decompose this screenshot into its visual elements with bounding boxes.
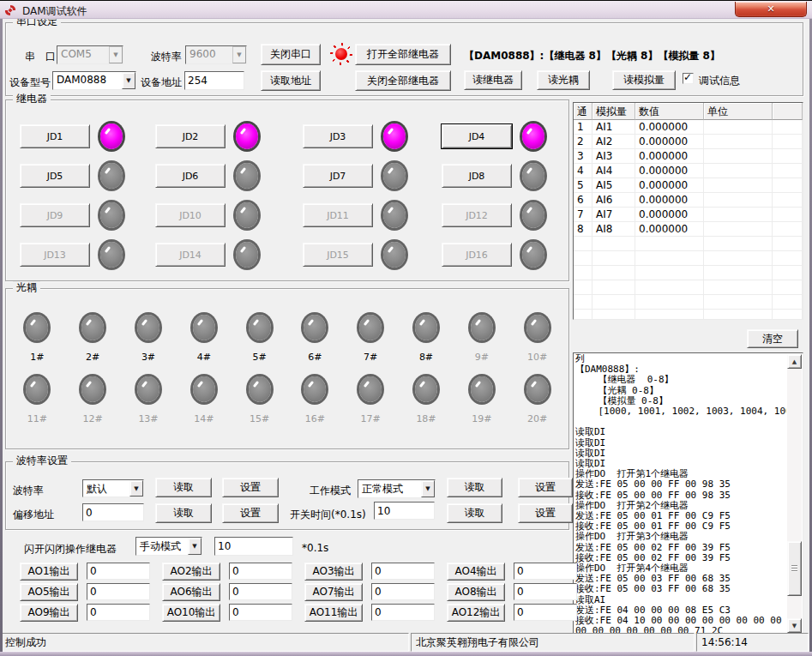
opto-led-label: 9# <box>475 352 489 363</box>
opto-led-label: 3# <box>141 352 155 363</box>
table-cell <box>574 280 592 295</box>
ao-output-input-4[interactable] <box>514 563 577 580</box>
offset-addr-label: 偏移地址 <box>13 508 54 522</box>
chevron-down-icon: ▼ <box>232 46 246 63</box>
model-value: DAM0888 <box>53 72 122 89</box>
col-header-channel[interactable]: 通 <box>574 103 592 120</box>
read-opto-button[interactable]: 读光耦 <box>537 70 590 90</box>
ao-output-button-12[interactable]: AO12输出 <box>447 604 505 622</box>
switch-time-set-button[interactable]: 设置 <box>518 503 573 523</box>
table-row: 2AI20.000000 <box>574 135 803 149</box>
ao-output-button-7[interactable]: AO7输出 <box>304 583 363 601</box>
flash-time-input[interactable] <box>214 537 293 556</box>
ao-output-input-2[interactable] <box>229 563 292 580</box>
baud-set-button[interactable]: 设置 <box>222 478 279 497</box>
relay-grid: JD1JD2JD3JD4JD5JD6JD7JD8JD9JD10JD11JD12J… <box>20 123 570 281</box>
work-mode-select[interactable]: 正常模式 ▼ <box>358 479 436 498</box>
relay-cell: JD10 <box>155 202 303 228</box>
scroll-down-icon[interactable]: ▼ <box>787 618 802 633</box>
relay-button-jd2[interactable]: JD2 <box>155 124 226 148</box>
status-time-text: 14:56:14 <box>701 636 748 648</box>
chevron-down-icon: ▼ <box>122 72 135 89</box>
close-all-relays-button[interactable]: 关闭全部继电器 <box>355 70 451 91</box>
ao-output-button-4[interactable]: AO4输出 <box>447 563 505 581</box>
ao-output-button-1[interactable]: AO1输出 <box>20 563 78 581</box>
relay-button-jd1[interactable]: JD1 <box>20 124 90 148</box>
table-cell: AI3 <box>592 149 635 164</box>
ao-output-button-6[interactable]: AO6输出 <box>162 583 220 601</box>
ao-output-input-5[interactable] <box>87 583 150 600</box>
model-select[interactable]: DAM0888 ▼ <box>52 71 136 90</box>
work-mode-label: 工作模式 <box>310 484 351 498</box>
ao-output-input-8[interactable] <box>514 583 577 600</box>
baud-default-select[interactable]: 默认 ▼ <box>82 479 144 497</box>
relay-button-jd6[interactable]: JD6 <box>155 164 226 188</box>
col-header-blank[interactable] <box>773 103 803 120</box>
col-header-value[interactable]: 数值 <box>635 103 704 120</box>
relay-button-jd5[interactable]: JD5 <box>20 164 90 188</box>
scroll-up-icon[interactable]: ▲ <box>787 354 802 369</box>
close-icon: ✕ <box>767 3 774 15</box>
close-button[interactable]: ✕ <box>735 2 807 17</box>
ao-cell: AO1输出 <box>20 563 162 581</box>
ao-output-input-7[interactable] <box>371 583 435 600</box>
offset-set-button[interactable]: 设置 <box>222 503 279 523</box>
ao-output-button-9[interactable]: AO9输出 <box>20 604 78 622</box>
ao-output-button-2[interactable]: AO2输出 <box>162 563 220 581</box>
offset-read-button[interactable]: 读取 <box>155 503 212 523</box>
col-header-analog[interactable]: 模拟量 <box>592 103 635 120</box>
ao-output-input-10[interactable] <box>229 604 292 621</box>
opto-cell: 20# <box>509 376 565 424</box>
flash-unit-label: *0.1s <box>302 542 328 554</box>
close-port-button[interactable]: 关闭串口 <box>261 44 321 65</box>
device-addr-input[interactable] <box>184 71 244 90</box>
ao-output-input-11[interactable] <box>371 604 435 621</box>
ao-output-button-8[interactable]: AO8输出 <box>447 583 505 601</box>
relay-button-jd7[interactable]: JD7 <box>303 164 373 188</box>
switch-time-read-button[interactable]: 读取 <box>447 503 502 523</box>
opto-led-label: 13# <box>138 413 158 424</box>
relay-cell: JD1 <box>20 123 155 149</box>
relay-cell: JD8 <box>442 163 570 189</box>
relay-button-jd4[interactable]: JD4 <box>442 124 512 148</box>
relay-button-jd3[interactable]: JD3 <box>303 124 373 148</box>
work-mode-read-button[interactable]: 读取 <box>447 478 502 497</box>
log-scrollbar[interactable]: ▲ ▼ <box>787 354 802 633</box>
read-analog-button[interactable]: 读模拟量 <box>612 70 676 90</box>
title-bar[interactable]: DAM调试软件 ✕ <box>0 0 812 19</box>
open-all-relays-button[interactable]: 打开全部继电器 <box>355 44 451 65</box>
ao-output-input-3[interactable] <box>371 563 435 580</box>
table-cell <box>773 280 803 295</box>
offset-addr-input[interactable] <box>82 503 144 521</box>
read-addr-button[interactable]: 读取地址 <box>261 70 321 91</box>
table-cell: 6 <box>574 193 592 208</box>
opto-cell: 5# <box>232 315 287 363</box>
work-mode-set-button[interactable]: 设置 <box>518 478 573 497</box>
table-row: 3AI30.000000 <box>574 149 803 164</box>
table-cell <box>704 193 773 208</box>
log-output[interactable]: 列 【DAM0888】: 【继电器 0-8】 【光耦 0-8】 【模拟量 0-8… <box>575 354 786 634</box>
table-cell <box>635 237 704 251</box>
scrollbar-thumb[interactable] <box>787 541 802 596</box>
table-cell <box>704 266 773 280</box>
relay-button-jd8[interactable]: JD8 <box>442 164 512 188</box>
ao-output-input-12[interactable] <box>514 604 577 621</box>
debug-info-checkbox[interactable] <box>683 73 694 84</box>
baud-read-button[interactable]: 读取 <box>155 478 212 497</box>
flash-mode-select[interactable]: 手动模式 ▼ <box>135 537 202 556</box>
ao-output-input-6[interactable] <box>229 583 292 600</box>
read-relay-button[interactable]: 读继电器 <box>464 70 522 90</box>
ao-output-button-10[interactable]: AO10输出 <box>162 604 220 622</box>
switch-time-input[interactable] <box>374 502 435 520</box>
opto-cell: 14# <box>176 376 232 424</box>
analog-table: 通 模拟量 数值 单位 1AI10.0000002AI20.0000003AI3… <box>573 102 803 320</box>
col-header-unit[interactable]: 单位 <box>704 103 773 120</box>
ao-output-button-5[interactable]: AO5输出 <box>20 583 78 601</box>
clear-log-button[interactable]: 清空 <box>747 329 798 348</box>
ao-output-button-11[interactable]: AO11输出 <box>304 604 363 622</box>
opto-led-9 <box>471 315 493 340</box>
relay-led-13 <box>100 242 123 268</box>
ao-output-input-9[interactable] <box>87 604 150 621</box>
ao-output-input-1[interactable] <box>87 563 150 580</box>
ao-output-button-3[interactable]: AO3输出 <box>304 563 363 581</box>
